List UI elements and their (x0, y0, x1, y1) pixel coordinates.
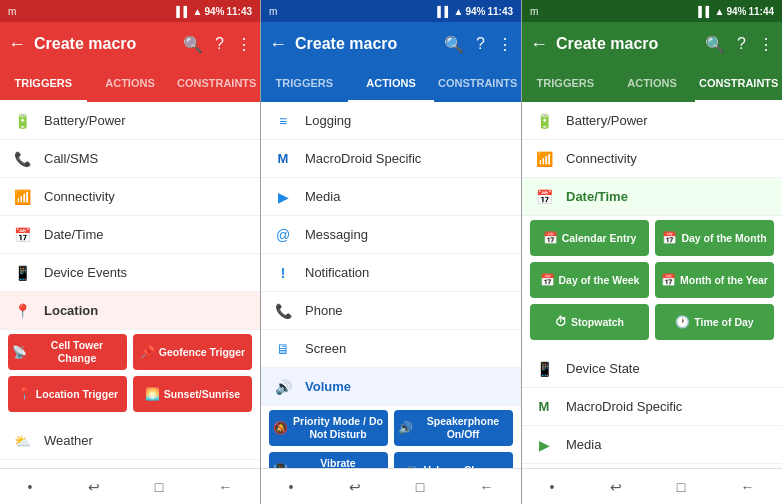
nav-bar-2: • ↩ □ ← (261, 468, 521, 504)
time-of-day-chip[interactable]: 🕐 Time of Day (655, 304, 774, 340)
nav-recent-3[interactable]: ↩ (610, 479, 622, 495)
scroll-3[interactable]: 🔋 Battery/Power 📶 Connectivity 📅 Date/Ti… (522, 102, 782, 468)
calendar-entry-icon: 📅 (543, 231, 558, 245)
calendar-entry-chip[interactable]: 📅 Calendar Entry (530, 220, 649, 256)
list-item-media-2[interactable]: ▶ Media (261, 178, 521, 216)
sunset-icon: 🌅 (145, 387, 160, 401)
status-right-3: ▌▌ ▲ 94% 11:44 (698, 6, 774, 17)
list-item-screen-2[interactable]: 🖥 Screen (261, 330, 521, 368)
list-item-location[interactable]: 📍 Location (0, 292, 260, 330)
tab-constraints-1[interactable]: Constraints (173, 66, 260, 102)
chip-row-2: 📍 Location Trigger 🌅 Sunset/Sunrise (8, 376, 252, 412)
scroll-1[interactable]: 🔋 Battery/Power 📞 Call/SMS 📶 Connectivit… (0, 102, 260, 468)
speakerphone-label: Speakerphone On/Off (417, 415, 509, 440)
tab-actions-2[interactable]: Actions (348, 66, 435, 102)
list-item-battery-3[interactable]: 🔋 Battery/Power (522, 102, 782, 140)
top-bar-3: ← Create macro 🔍 ? ⋮ (522, 22, 782, 66)
priority-mode-label: Priority Mode / Do Not Disturb (292, 415, 384, 440)
call-icon-item: 📞 (12, 151, 32, 167)
help-icon-1[interactable]: ? (215, 35, 224, 53)
back-button-3[interactable]: ← (530, 34, 548, 55)
list-item-media-3[interactable]: ▶ Media (522, 426, 782, 464)
macrodroid-label-3: MacroDroid Specific (566, 399, 770, 414)
content-area-2: ≡ Logging M MacroDroid Specific ▶ Media … (261, 102, 521, 468)
wifi-icon-3: ▲ (715, 6, 725, 17)
phone-label-2: Phone (305, 303, 509, 318)
list-item-macrodroid-2[interactable]: M MacroDroid Specific (261, 140, 521, 178)
list-item-battery[interactable]: 🔋 Battery/Power (0, 102, 260, 140)
nav-recent-1[interactable]: ↩ (88, 479, 100, 495)
nav-recent-2[interactable]: ↩ (349, 479, 361, 495)
list-item-callsms[interactable]: 📞 Call/SMS (0, 140, 260, 178)
nav-home-3[interactable]: □ (677, 479, 685, 495)
location-trigger-icon: 📍 (17, 387, 32, 401)
notification-icon-2: ! (273, 265, 293, 281)
nav-home-2[interactable]: □ (416, 479, 424, 495)
chip-row-1: 📡 Cell Tower Change 📌 Geofence Trigger (8, 334, 252, 370)
help-icon-2[interactable]: ? (476, 35, 485, 53)
time-display-1: 11:43 (226, 6, 252, 17)
tab-actions-3[interactable]: Actions (609, 66, 696, 102)
location-trigger-chip[interactable]: 📍 Location Trigger (8, 376, 127, 412)
nav-back-1[interactable]: ← (218, 479, 232, 495)
scroll-2[interactable]: ≡ Logging M MacroDroid Specific ▶ Media … (261, 102, 521, 468)
battery-icon: 94% (204, 6, 224, 17)
nav-back-3[interactable]: ← (740, 479, 754, 495)
signal-icon-3: ▌▌ (698, 6, 712, 17)
month-of-year-chip[interactable]: 📅 Month of the Year (655, 262, 774, 298)
back-button-1[interactable]: ← (8, 34, 26, 55)
list-item-logging[interactable]: ≡ Logging (261, 102, 521, 140)
location-trigger-label: Location Trigger (36, 388, 118, 401)
tab-triggers-2[interactable]: Triggers (261, 66, 348, 102)
vibrate-chip[interactable]: 📳 Vibrate Enable/Disable (269, 452, 388, 468)
carrier-icon-2: m (269, 6, 277, 17)
day-of-month-chip[interactable]: 📅 Day of the Month (655, 220, 774, 256)
tab-triggers-3[interactable]: Triggers (522, 66, 609, 102)
search-icon-1[interactable]: 🔍 (183, 35, 203, 54)
list-item-datetime[interactable]: 📅 Date/Time (0, 216, 260, 254)
list-item-phone-2[interactable]: 📞 Phone (261, 292, 521, 330)
sunset-chip[interactable]: 🌅 Sunset/Sunrise (133, 376, 252, 412)
tab-row-1: Triggers Actions Constraints (0, 66, 260, 102)
speakerphone-chip[interactable]: 🔊 Speakerphone On/Off (394, 410, 513, 446)
volume-change-chip[interactable]: 🔉 Volume Change (394, 452, 513, 468)
day-of-week-chip[interactable]: 📅 Day of the Week (530, 262, 649, 298)
cell-tower-chip[interactable]: 📡 Cell Tower Change (8, 334, 127, 370)
location-chips: 📡 Cell Tower Change 📌 Geofence Trigger 📍… (0, 330, 260, 422)
help-icon-3[interactable]: ? (737, 35, 746, 53)
list-item-connectivity[interactable]: 📶 Connectivity (0, 178, 260, 216)
nav-bar-3: • ↩ □ ← (522, 468, 782, 504)
list-item-deviceevents[interactable]: 📱 Device Events (0, 254, 260, 292)
tab-constraints-2[interactable]: Constraints (434, 66, 521, 102)
status-bar-1: m ▌▌ ▲ 94% 11:43 (0, 0, 260, 22)
nav-back-2[interactable]: ← (479, 479, 493, 495)
geofence-chip[interactable]: 📌 Geofence Trigger (133, 334, 252, 370)
tab-constraints-3[interactable]: Constraints (695, 66, 782, 102)
list-item-volume[interactable]: 🔊 Volume (261, 368, 521, 406)
list-item-datetime-3[interactable]: 📅 Date/Time (522, 178, 782, 216)
overflow-icon-2[interactable]: ⋮ (497, 35, 513, 54)
list-item-weather[interactable]: ⛅ Weather (0, 422, 260, 460)
list-item-devicestate[interactable]: 📱 Device State (522, 350, 782, 388)
weather-label: Weather (44, 433, 248, 448)
overflow-icon-3[interactable]: ⋮ (758, 35, 774, 54)
content-area-1: 🔋 Battery/Power 📞 Call/SMS 📶 Connectivit… (0, 102, 260, 468)
connectivity-label: Connectivity (44, 189, 248, 204)
search-icon-3[interactable]: 🔍 (705, 35, 725, 54)
nav-home-1[interactable]: □ (155, 479, 163, 495)
list-item-messaging[interactable]: @ Messaging (261, 216, 521, 254)
panel-triggers: m ▌▌ ▲ 94% 11:43 ← Create macro 🔍 ? ⋮ Tr… (0, 0, 260, 504)
overflow-icon-1[interactable]: ⋮ (236, 35, 252, 54)
tab-triggers-1[interactable]: Triggers (0, 66, 87, 102)
back-button-2[interactable]: ← (269, 34, 287, 55)
list-item-macrodroid[interactable]: M MacroDroid Specific (0, 460, 260, 468)
priority-mode-chip[interactable]: 🔕 Priority Mode / Do Not Disturb (269, 410, 388, 446)
list-item-macrodroid-3[interactable]: M MacroDroid Specific (522, 388, 782, 426)
tab-actions-1[interactable]: Actions (87, 66, 174, 102)
day-of-month-label: Day of the Month (681, 232, 766, 245)
stopwatch-chip[interactable]: ⏱ Stopwatch (530, 304, 649, 340)
list-item-notification-2[interactable]: ! Notification (261, 254, 521, 292)
search-icon-2[interactable]: 🔍 (444, 35, 464, 54)
panel-constraints: m ▌▌ ▲ 94% 11:44 ← Create macro 🔍 ? ⋮ Tr… (522, 0, 782, 504)
list-item-connectivity-3[interactable]: 📶 Connectivity (522, 140, 782, 178)
